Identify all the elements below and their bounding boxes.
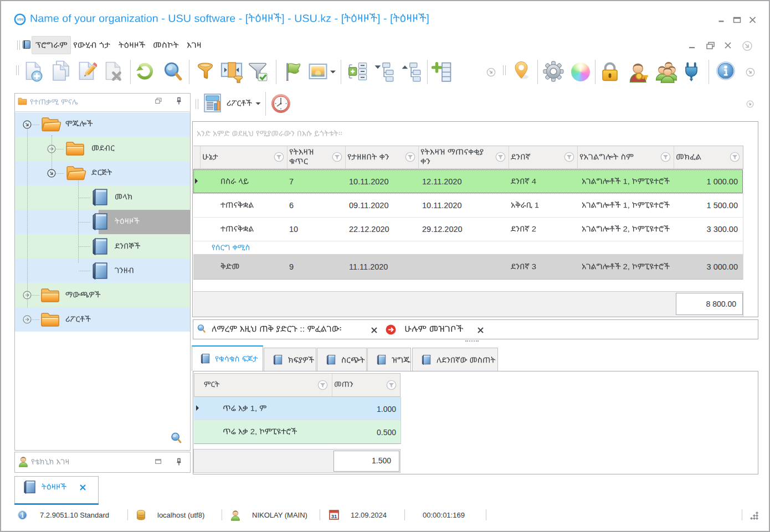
svg-text:31: 31 [331,513,337,519]
